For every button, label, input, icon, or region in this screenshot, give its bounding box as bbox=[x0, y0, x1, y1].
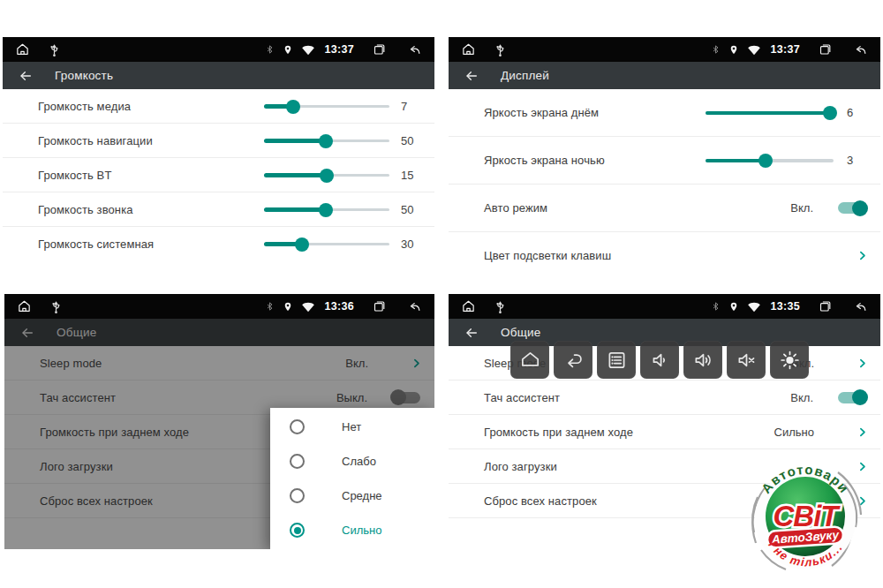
usb-icon bbox=[495, 299, 505, 314]
setting-label: Цвет подсветки клавиш bbox=[484, 249, 855, 262]
settings-row[interactable]: Громкость BT15 bbox=[3, 158, 434, 192]
setting-label: Тач ассистент bbox=[484, 391, 790, 404]
radio-button[interactable] bbox=[290, 419, 305, 434]
radio-button[interactable] bbox=[290, 454, 305, 469]
slider-knob[interactable] bbox=[320, 169, 334, 183]
slider-value: 7 bbox=[401, 100, 422, 113]
toggle-switch[interactable] bbox=[838, 392, 866, 403]
screen-header: Дисплей bbox=[449, 62, 880, 89]
location-icon bbox=[283, 300, 293, 313]
wifi-icon bbox=[747, 44, 761, 56]
recent-apps-icon[interactable] bbox=[372, 42, 387, 57]
slider-value: 15 bbox=[401, 169, 422, 182]
quick-nav-toolbar bbox=[510, 341, 809, 379]
volume-down-button[interactable] bbox=[640, 341, 679, 379]
recent-apps-icon[interactable] bbox=[818, 299, 833, 313]
settings-row[interactable]: Тач ассистентВкл. bbox=[449, 381, 880, 415]
settings-list: Яркость экрана днём6Яркость экрана ночью… bbox=[449, 89, 880, 276]
back-button[interactable] bbox=[554, 341, 592, 379]
settings-row[interactable]: Громкость медиа7 bbox=[3, 89, 434, 124]
back-icon[interactable] bbox=[406, 43, 423, 57]
setting-label: Громкость системная bbox=[38, 237, 264, 251]
mute-button[interactable] bbox=[727, 341, 766, 379]
volume-up-button[interactable] bbox=[683, 341, 722, 379]
volume-slider[interactable] bbox=[706, 153, 834, 169]
setting-label: Громкость при заднем ходе bbox=[484, 426, 774, 439]
settings-row[interactable]: Громкость при заднем ходеСильно bbox=[449, 415, 880, 449]
back-icon[interactable] bbox=[852, 43, 869, 57]
bluetooth-icon bbox=[711, 43, 721, 56]
dialog-option[interactable]: Средне bbox=[270, 479, 434, 513]
status-bar: 13:35 bbox=[449, 294, 880, 319]
panel-general-settings-dialog: 13:36 Общие Sleep modeВкл.Тач ассистентВ… bbox=[4, 294, 434, 549]
menu-button[interactable] bbox=[597, 341, 636, 379]
back-icon[interactable] bbox=[852, 300, 869, 313]
slider-value: 6 bbox=[847, 106, 868, 119]
settings-row[interactable]: Яркость экрана ночью3 bbox=[449, 137, 880, 185]
radio-button[interactable] bbox=[290, 523, 305, 538]
back-arrow-icon[interactable] bbox=[464, 326, 479, 340]
slider-value: 50 bbox=[401, 203, 422, 216]
option-label: Средне bbox=[342, 489, 382, 502]
reverse-volume-dialog: НетСлабоСреднеСильно bbox=[270, 408, 434, 549]
settings-row[interactable]: Яркость экрана днём6 bbox=[449, 89, 880, 137]
slider-value: 30 bbox=[401, 237, 422, 251]
settings-row[interactable]: Громкость навигации50 bbox=[3, 124, 434, 158]
screen-title: Громкость bbox=[55, 69, 113, 82]
settings-row[interactable]: Громкость звонка50 bbox=[3, 192, 434, 227]
wifi-icon bbox=[301, 301, 315, 313]
screen-title: Общие bbox=[501, 326, 540, 339]
location-icon bbox=[728, 43, 739, 57]
chevron-right-icon bbox=[857, 249, 868, 262]
home-icon[interactable] bbox=[461, 42, 476, 57]
back-arrow-icon[interactable] bbox=[18, 69, 34, 83]
home-icon[interactable] bbox=[461, 299, 476, 313]
slider-knob[interactable] bbox=[758, 154, 773, 168]
back-icon[interactable] bbox=[406, 300, 423, 313]
dialog-option[interactable]: Слабо bbox=[270, 444, 434, 479]
volume-slider[interactable] bbox=[264, 98, 389, 114]
usb-icon bbox=[51, 299, 61, 314]
slider-knob[interactable] bbox=[286, 100, 300, 114]
volume-slider[interactable] bbox=[264, 201, 389, 217]
radio-button[interactable] bbox=[290, 488, 305, 503]
setting-label: Авто режим bbox=[484, 201, 790, 215]
toggle-state-label: Вкл. bbox=[790, 201, 813, 215]
slider-value: 50 bbox=[401, 134, 422, 147]
status-bar: 13:37 bbox=[3, 37, 434, 62]
settings-row[interactable]: Цвет подсветки клавиш bbox=[449, 232, 880, 276]
recent-apps-icon[interactable] bbox=[818, 42, 833, 57]
store-watermark-logo: Автотовари СВіТ АвтоЗвуку і не тільки... bbox=[747, 458, 864, 587]
back-arrow-icon[interactable] bbox=[464, 69, 479, 83]
home-button[interactable] bbox=[510, 341, 549, 379]
setting-label: Яркость экрана ночью bbox=[484, 154, 706, 167]
settings-row[interactable]: Громкость системная30 bbox=[3, 227, 434, 256]
option-label: Слабо bbox=[342, 455, 376, 468]
chevron-right-icon bbox=[857, 357, 868, 370]
recent-apps-icon[interactable] bbox=[372, 299, 387, 313]
toggle-switch[interactable] bbox=[838, 202, 866, 214]
home-icon[interactable] bbox=[17, 299, 32, 313]
brightness-button[interactable] bbox=[770, 341, 809, 379]
usb-icon bbox=[49, 42, 59, 57]
slider-knob[interactable] bbox=[823, 106, 837, 120]
settings-row[interactable]: Авто режимВкл. bbox=[449, 185, 880, 232]
bluetooth-icon bbox=[265, 43, 275, 56]
chevron-right-icon bbox=[857, 426, 868, 439]
status-time: 13:37 bbox=[771, 43, 800, 56]
volume-slider[interactable] bbox=[264, 132, 389, 148]
dialog-option[interactable]: Нет bbox=[270, 410, 434, 444]
row-value: Сильно bbox=[774, 426, 814, 439]
volume-slider[interactable] bbox=[264, 236, 389, 252]
volume-slider[interactable] bbox=[706, 105, 834, 121]
screen-header: Громкость bbox=[3, 62, 434, 89]
slider-knob[interactable] bbox=[295, 237, 309, 252]
status-time: 13:35 bbox=[771, 300, 800, 313]
volume-slider[interactable] bbox=[264, 167, 389, 183]
slider-knob[interactable] bbox=[319, 134, 333, 148]
dialog-option[interactable]: Сильно bbox=[270, 513, 434, 547]
slider-value: 3 bbox=[847, 154, 868, 167]
home-icon[interactable] bbox=[15, 42, 30, 57]
option-label: Сильно bbox=[342, 524, 381, 537]
slider-knob[interactable] bbox=[319, 203, 333, 217]
